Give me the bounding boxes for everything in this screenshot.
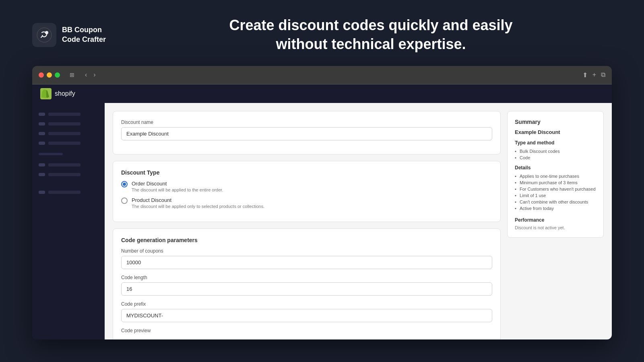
summary-type-item-1: Bulk Discount codes bbox=[515, 148, 596, 154]
sidebar-item-2[interactable] bbox=[32, 119, 105, 129]
radio-product-option[interactable]: Product Discount The discount will be ap… bbox=[121, 197, 492, 209]
discount-name-label: Discount name bbox=[121, 119, 492, 125]
maximize-button[interactable] bbox=[55, 72, 60, 78]
shopify-main: Discount name Discount Type Order Discou… bbox=[32, 103, 612, 339]
sidebar-icon-6 bbox=[39, 173, 45, 176]
sidebar-icon-4 bbox=[39, 142, 45, 145]
summary-detail-6: Active from today bbox=[515, 205, 596, 212]
radio-product-desc: The discount will be applied only to sel… bbox=[132, 204, 492, 209]
shopify-container: shopify bbox=[32, 84, 612, 339]
code-length-group: Code length bbox=[121, 275, 492, 296]
code-length-input[interactable] bbox=[121, 282, 492, 296]
browser-window: ⊞ ‹ › ⬆ + ⧉ shopify bbox=[32, 66, 612, 339]
sidebar-icon-footer bbox=[39, 191, 45, 194]
discount-name-input[interactable] bbox=[121, 127, 492, 140]
summary-detail-4: Limit of 1 use bbox=[515, 192, 596, 199]
sidebar-item-1[interactable] bbox=[32, 109, 105, 119]
svg-point-0 bbox=[37, 28, 52, 42]
discount-name-group: Discount name bbox=[121, 119, 492, 140]
code-gen-card: Code generation parameters Number of cou… bbox=[113, 228, 501, 339]
back-button[interactable]: ‹ bbox=[83, 70, 89, 79]
summary-details-title: Details bbox=[515, 165, 596, 171]
sidebar-item-footer[interactable] bbox=[39, 187, 98, 197]
code-gen-title: Code generation parameters bbox=[121, 237, 492, 243]
summary-type-item-2: Code bbox=[515, 154, 596, 161]
code-length-label: Code length bbox=[121, 275, 492, 280]
sidebar-label-1 bbox=[48, 113, 80, 116]
sidebar-item-6[interactable] bbox=[32, 170, 105, 179]
tab-grid-icon[interactable]: ⊞ bbox=[68, 70, 76, 80]
performance-text: Discount is not active yet. bbox=[515, 225, 596, 230]
sidebar-icon-3 bbox=[39, 132, 45, 135]
sidebar-label-2 bbox=[48, 122, 80, 125]
nav-buttons: ‹ › bbox=[83, 70, 98, 79]
minimize-button[interactable] bbox=[47, 72, 52, 78]
logo-text: BB Coupon Code Crafter bbox=[62, 25, 106, 44]
radio-order-option[interactable]: Order Discount The discount will be appl… bbox=[121, 181, 492, 192]
sidebar-label-6 bbox=[48, 173, 80, 176]
sidebar-label-4 bbox=[48, 142, 80, 145]
summary-detail-3: For Customers who haven't purchased bbox=[515, 186, 596, 192]
summary-type-method-title: Type and method bbox=[515, 140, 596, 146]
logo-icon bbox=[32, 23, 56, 47]
num-coupons-input[interactable] bbox=[121, 256, 492, 269]
summary-name: Example Discount bbox=[515, 129, 596, 135]
logo-block: BB Coupon Code Crafter bbox=[32, 23, 106, 47]
close-button[interactable] bbox=[39, 72, 44, 78]
num-coupons-label: Number of coupons bbox=[121, 248, 492, 254]
browser-icons: ⊞ bbox=[68, 70, 76, 80]
summary-detail-1: Applies to one-time purchases bbox=[515, 173, 596, 179]
copy-tab-icon[interactable]: ⧉ bbox=[601, 71, 605, 78]
new-tab-icon[interactable]: + bbox=[592, 71, 596, 78]
discount-name-card: Discount name bbox=[113, 111, 501, 154]
sidebar-section-1 bbox=[32, 148, 105, 160]
radio-order-circle[interactable] bbox=[121, 181, 128, 187]
traffic-lights bbox=[39, 72, 60, 78]
sidebar-label-5 bbox=[48, 163, 80, 167]
forward-button[interactable]: › bbox=[91, 70, 98, 79]
headline: Create discount codes quickly and easily… bbox=[130, 16, 612, 54]
summary-card: Summary Example Discount Type and method… bbox=[507, 111, 604, 238]
code-prefix-label: Code prefix bbox=[121, 301, 492, 307]
sidebar-icon-2 bbox=[39, 122, 45, 125]
browser-right-icons: ⬆ + ⧉ bbox=[582, 71, 605, 79]
code-preview-group: Code preview bbox=[121, 328, 492, 333]
radio-order-label: Order Discount bbox=[132, 181, 492, 187]
radio-order-desc: The discount will be applied to the enti… bbox=[132, 187, 492, 192]
sidebar-item-4[interactable] bbox=[32, 138, 105, 148]
browser-toolbar: ⊞ ‹ › ⬆ + ⧉ bbox=[32, 66, 612, 84]
code-prefix-group: Code prefix bbox=[121, 301, 492, 322]
discount-type-card: Discount Type Order Discount The discoun… bbox=[113, 161, 501, 222]
summary-title: Summary bbox=[515, 119, 596, 125]
summary-detail-2: Minimum purchase of 3 items bbox=[515, 179, 596, 186]
summary-column: Summary Example Discount Type and method… bbox=[507, 111, 604, 339]
summary-details-list: Applies to one-time purchases Minimum pu… bbox=[515, 173, 596, 212]
radio-product-label: Product Discount bbox=[132, 197, 492, 203]
discount-type-title: Discount Type bbox=[121, 169, 492, 176]
shopify-topbar: shopify bbox=[32, 84, 612, 103]
code-prefix-input[interactable] bbox=[121, 309, 492, 322]
performance-title: Performance bbox=[515, 217, 596, 223]
radio-order-text: Order Discount The discount will be appl… bbox=[132, 181, 492, 192]
summary-detail-5: Can't combine with other discounts bbox=[515, 199, 596, 205]
radio-product-text: Product Discount The discount will be ap… bbox=[132, 197, 492, 209]
svg-point-1 bbox=[45, 31, 48, 34]
sidebar-label-3 bbox=[48, 132, 80, 135]
main-content: Discount name Discount Type Order Discou… bbox=[105, 103, 612, 339]
shopify-label: shopify bbox=[55, 90, 75, 97]
code-preview-label: Code preview bbox=[121, 328, 492, 333]
radio-product-circle[interactable] bbox=[121, 197, 128, 204]
share-icon[interactable]: ⬆ bbox=[582, 71, 588, 79]
summary-type-method-list: Bulk Discount codes Code bbox=[515, 148, 596, 161]
sidebar-item-5[interactable] bbox=[32, 160, 105, 170]
sidebar-footer bbox=[32, 179, 105, 201]
sidebar-label-footer bbox=[48, 191, 80, 194]
shopify-logo: shopify bbox=[40, 88, 75, 99]
sidebar bbox=[32, 103, 105, 339]
sidebar-icon-1 bbox=[39, 113, 45, 116]
sidebar-section-bar-1 bbox=[39, 153, 63, 155]
form-column: Discount name Discount Type Order Discou… bbox=[113, 111, 501, 339]
sidebar-item-3[interactable] bbox=[32, 129, 105, 138]
num-coupons-group: Number of coupons bbox=[121, 248, 492, 269]
header-area: BB Coupon Code Crafter Create discount c… bbox=[0, 0, 644, 66]
